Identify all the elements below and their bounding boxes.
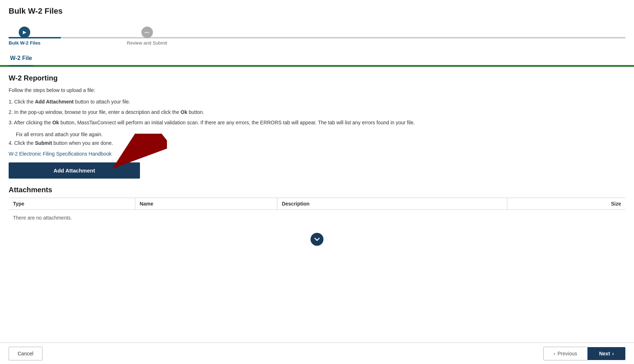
instruction-2-bold: Ok [181,109,187,115]
instruction-1-after: button to attach your file. [75,99,130,105]
handbook-link[interactable]: W-2 Electronic Filing Specifications Han… [9,151,112,157]
instruction-2-num: 2. [9,109,14,115]
chevron-left-icon: ‹ [554,351,556,356]
step-label-2: Review and Submit [127,40,167,46]
instruction-4: 4. Click the Submit button when you are … [9,140,625,146]
instruction-1-num: 1. [9,99,14,105]
instruction-4-before: Click the [14,140,35,146]
instruction-4-bold: Submit [35,140,52,146]
instruction-2-after: button. [189,109,204,115]
instruction-3: 3. After clicking the Ok button, MassTax… [9,119,625,126]
indent-fix-errors: Fix all errors and attach your file agai… [16,132,625,137]
col-description: Description [277,198,507,210]
step-bulk-w2[interactable]: ► Bulk W-2 Files [9,27,41,46]
instruction-2-before: In the pop-up window, browse to your fil… [14,109,181,115]
instruction-3-num: 3. [9,120,14,125]
attachments-section: Attachments Type Name Description Size T… [9,186,625,226]
instruction-1-bold: Add Attachment [35,99,74,105]
next-label: Next [599,351,610,356]
chevron-down-icon [314,236,320,242]
add-attachment-button[interactable]: Add Attachment [9,162,140,179]
scroll-indicator [9,233,625,246]
step-circle-2: ••• [141,27,153,38]
main-content: W-2 Reporting Follow the steps below to … [0,66,634,257]
intro-text: Follow the steps below to upload a file: [9,87,625,93]
scroll-down-button[interactable] [311,233,323,246]
instruction-4-after: button when you are done. [54,140,113,146]
chevron-right-icon: › [612,351,614,356]
instruction-4-num: 4. [9,140,14,146]
tab-section: W-2 File [0,51,634,66]
col-type: Type [9,198,135,210]
attachments-title: Attachments [9,186,625,194]
previous-label: Previous [558,351,577,356]
col-name: Name [135,198,277,210]
col-size: Size [507,198,625,210]
tab-w2-file[interactable]: W-2 File [9,51,33,66]
add-attachment-area: Add Attachment [9,162,625,179]
step-label-1: Bulk W-2 Files [9,40,41,46]
step-circle-1: ► [19,27,30,38]
next-button[interactable]: Next › [588,347,625,360]
no-attachments-row: There are no attachments. [9,210,625,226]
instruction-2: 2. In the pop-up window, browse to your … [9,109,625,116]
previous-button[interactable]: ‹ Previous [543,347,588,360]
section-title: W-2 Reporting [9,74,625,82]
page-title: Bulk W-2 Files [9,6,625,16]
footer: Cancel ‹ Previous Next › [0,342,634,364]
instruction-3-after: button, MassTaxConnect will perform an i… [60,120,415,125]
instruction-1: 1. Click the Add Attachment button to at… [9,98,625,106]
instruction-3-bold: Ok [52,120,59,125]
step-review[interactable]: ••• Review and Submit [127,27,167,46]
stepper: ► Bulk W-2 Files ••• Review and Submit [9,27,625,46]
no-attachments-message: There are no attachments. [9,210,625,226]
footer-nav: ‹ Previous Next › [543,347,625,360]
cancel-button[interactable]: Cancel [9,347,42,360]
instruction-1-before: Click the [14,99,35,105]
instructions-list: 1. Click the Add Attachment button to at… [9,98,625,126]
instruction-3-before: After clicking the [14,120,53,125]
attachments-table: Type Name Description Size There are no … [9,198,625,226]
